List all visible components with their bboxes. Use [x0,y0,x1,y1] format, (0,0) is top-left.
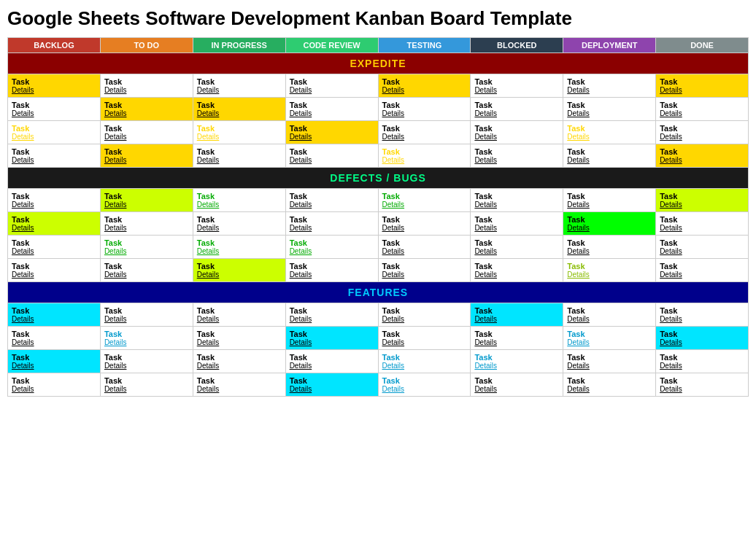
task-cell[interactable]: TaskDetails [100,327,193,350]
task-cell[interactable]: TaskDetails [193,74,285,98]
task-cell[interactable]: TaskDetails [471,121,563,144]
task-cell[interactable]: TaskDetails [471,144,563,168]
task-cell[interactable]: TaskDetails [193,327,285,350]
task-cell[interactable]: TaskDetails [656,74,749,98]
task-cell[interactable]: TaskDetails [100,98,193,121]
task-cell[interactable]: TaskDetails [285,350,378,373]
task-cell[interactable]: TaskDetails [8,236,101,259]
task-cell[interactable]: TaskDetails [8,350,101,373]
task-detail: Details [290,86,374,94]
task-cell[interactable]: TaskDetails [100,121,193,144]
task-cell[interactable]: TaskDetails [285,327,378,350]
task-cell[interactable]: TaskDetails [100,144,193,168]
task-cell[interactable]: TaskDetails [285,98,378,121]
task-cell[interactable]: TaskDetails [100,236,193,259]
task-cell[interactable]: TaskDetails [193,373,285,397]
task-cell[interactable]: TaskDetails [471,98,563,121]
task-cell[interactable]: TaskDetails [563,259,656,282]
task-cell[interactable]: TaskDetails [563,98,656,121]
task-cell[interactable]: TaskDetails [100,350,193,373]
task-cell[interactable]: TaskDetails [471,212,563,236]
task-cell[interactable]: TaskDetails [100,259,193,282]
task-cell[interactable]: TaskDetails [471,236,563,259]
task-cell[interactable]: TaskDetails [563,327,656,350]
task-cell[interactable]: TaskDetails [656,236,749,259]
task-cell[interactable]: TaskDetails [378,259,471,282]
task-cell[interactable]: TaskDetails [378,74,471,98]
task-cell[interactable]: TaskDetails [8,303,101,327]
task-cell[interactable]: TaskDetails [8,259,101,282]
task-cell[interactable]: TaskDetails [8,144,101,168]
task-cell[interactable]: TaskDetails [656,144,749,168]
task-cell[interactable]: TaskDetails [378,212,471,236]
task-cell[interactable]: TaskDetails [100,303,193,327]
task-cell[interactable]: TaskDetails [193,144,285,168]
task-cell[interactable]: TaskDetails [563,350,656,373]
task-cell[interactable]: TaskDetails [656,350,749,373]
task-cell[interactable]: TaskDetails [471,350,563,373]
task-cell[interactable]: TaskDetails [378,189,471,212]
task-cell[interactable]: TaskDetails [193,303,285,327]
task-cell[interactable]: TaskDetails [656,373,749,397]
task-cell[interactable]: TaskDetails [193,98,285,121]
task-cell[interactable]: TaskDetails [100,74,193,98]
task-cell[interactable]: TaskDetails [471,74,563,98]
task-cell[interactable]: TaskDetails [656,259,749,282]
task-cell[interactable]: TaskDetails [656,98,749,121]
task-cell[interactable]: TaskDetails [471,189,563,212]
task-cell[interactable]: TaskDetails [285,373,378,397]
task-cell[interactable]: TaskDetails [471,327,563,350]
task-cell[interactable]: TaskDetails [378,327,471,350]
task-cell[interactable]: TaskDetails [656,303,749,327]
task-cell[interactable]: TaskDetails [563,212,656,236]
task-cell[interactable]: TaskDetails [656,189,749,212]
task-cell[interactable]: TaskDetails [8,212,101,236]
task-cell[interactable]: TaskDetails [471,259,563,282]
task-cell[interactable]: TaskDetails [378,373,471,397]
task-cell[interactable]: TaskDetails [193,212,285,236]
task-cell[interactable]: TaskDetails [563,121,656,144]
task-cell[interactable]: TaskDetails [656,121,749,144]
task-cell[interactable]: TaskDetails [285,189,378,212]
task-cell[interactable]: TaskDetails [471,373,563,397]
task-cell[interactable]: TaskDetails [378,303,471,327]
task-cell[interactable]: TaskDetails [285,236,378,259]
task-cell[interactable]: TaskDetails [285,259,378,282]
task-cell[interactable]: TaskDetails [100,212,193,236]
task-cell[interactable]: TaskDetails [8,98,101,121]
task-cell[interactable]: TaskDetails [563,373,656,397]
task-cell[interactable]: TaskDetails [193,350,285,373]
task-cell[interactable]: TaskDetails [563,236,656,259]
task-cell[interactable]: TaskDetails [193,189,285,212]
task-cell[interactable]: TaskDetails [656,327,749,350]
task-cell[interactable]: TaskDetails [563,74,656,98]
task-cell[interactable]: TaskDetails [378,350,471,373]
task-cell[interactable]: TaskDetails [100,373,193,397]
task-detail: Details [12,86,96,94]
task-cell[interactable]: TaskDetails [471,303,563,327]
task-cell[interactable]: TaskDetails [8,373,101,397]
task-cell[interactable]: TaskDetails [285,121,378,144]
task-cell[interactable]: TaskDetails [378,144,471,168]
task-cell[interactable]: TaskDetails [378,236,471,259]
task-cell[interactable]: TaskDetails [656,212,749,236]
task-detail: Details [382,224,467,232]
task-cell[interactable]: TaskDetails [193,259,285,282]
task-cell[interactable]: TaskDetails [285,303,378,327]
task-cell[interactable]: TaskDetails [8,327,101,350]
task-cell[interactable]: TaskDetails [100,189,193,212]
task-cell[interactable]: TaskDetails [563,303,656,327]
task-cell[interactable]: TaskDetails [8,74,101,98]
task-detail: Details [382,133,467,141]
task-cell[interactable]: TaskDetails [378,121,471,144]
task-cell[interactable]: TaskDetails [193,236,285,259]
task-cell[interactable]: TaskDetails [193,121,285,144]
task-cell[interactable]: TaskDetails [8,121,101,144]
task-cell[interactable]: TaskDetails [8,189,101,212]
task-cell[interactable]: TaskDetails [285,74,378,98]
task-cell[interactable]: TaskDetails [563,189,656,212]
task-cell[interactable]: TaskDetails [378,98,471,121]
task-cell[interactable]: TaskDetails [285,212,378,236]
task-cell[interactable]: TaskDetails [563,144,656,168]
task-cell[interactable]: TaskDetails [285,144,378,168]
